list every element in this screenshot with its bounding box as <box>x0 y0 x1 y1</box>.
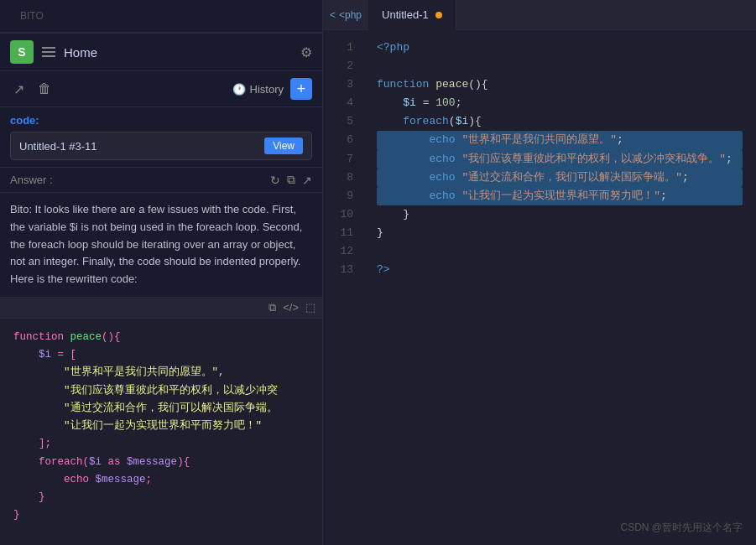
history-label: History <box>250 83 284 96</box>
history-button[interactable]: 🕐 History <box>232 83 284 96</box>
code-line: "世界和平是我们共同的愿望。", <box>13 364 309 382</box>
file-reference: Untitled-1 #3-11 View <box>10 132 312 160</box>
editor-tab[interactable]: Untitled-1 <box>368 0 456 30</box>
editor-line-9: echo "让我们一起为实现世界和平而努力吧！"; <box>377 187 743 205</box>
line-num: 2 <box>336 57 353 75</box>
editor-line-6: echo "世界和平是我们共同的愿望。"; <box>377 131 743 149</box>
add-button[interactable]: + <box>290 78 312 100</box>
line-num: 8 <box>336 169 353 187</box>
line-num: 3 <box>336 75 353 94</box>
code-line: foreach($i as $message){ <box>13 454 309 471</box>
refresh-button[interactable]: ↻ <box>270 173 280 187</box>
code-line: "我们应该尊重彼此和平的权利，以减少冲突 <box>13 382 309 400</box>
code-block: function peace(){ $i = [ "世界和平是我们共同的愿望。"… <box>0 319 322 545</box>
answer-bar: Answer : ↻ ⧉ ↗ <box>0 168 322 193</box>
line-num: 12 <box>336 242 353 261</box>
editor-tab-bar: < <php Untitled-1 <box>323 0 756 30</box>
answer-label: Answer : <box>10 174 53 186</box>
editor-body: 1 2 3 4 5 6 7 8 9 10 11 12 13 <?php func… <box>323 30 756 545</box>
trash-button[interactable]: 🗑 <box>34 80 55 98</box>
editor-line-2 <box>377 57 743 75</box>
line-num: 1 <box>336 39 353 57</box>
answer-actions: ↻ ⧉ ↗ <box>270 173 312 187</box>
code-editor[interactable]: <?php function peace(){ $i = 100; foreac… <box>363 30 756 545</box>
wrap-code-button[interactable]: ⬚ <box>305 301 315 314</box>
left-panel: BITO S Home ⚙ ↗ 🗑 🕐 History + code: Unti… <box>0 0 323 545</box>
editor-line-1: <?php <box>377 39 743 57</box>
line-num: 5 <box>336 112 353 131</box>
share-answer-button[interactable]: ↗ <box>302 173 312 187</box>
editor-line-5: foreach($i){ <box>377 112 743 131</box>
code-line: function peace(){ <box>13 329 309 346</box>
line-num: 6 <box>336 131 353 149</box>
php-bracket: < <box>330 9 336 21</box>
editor-line-4: $i = 100; <box>377 94 743 112</box>
top-bar: BITO <box>0 0 322 33</box>
code-line: "让我们一起为实现世界和平而努力吧！" <box>13 418 309 435</box>
gear-icon[interactable]: ⚙ <box>300 44 312 60</box>
php-badge: < <php <box>323 9 368 21</box>
watermark: CSDN @暂时先用这个名字 <box>620 521 743 535</box>
app-name: BITO <box>10 7 54 25</box>
code-section: code: Untitled-1 #3-11 View <box>0 107 322 168</box>
editor-line-8: echo "通过交流和合作，我们可以解决国际争端。"; <box>377 169 743 187</box>
code-line: $i = [ <box>13 346 309 364</box>
line-num: 10 <box>336 205 353 224</box>
hamburger-icon[interactable] <box>42 47 55 57</box>
code-line: "通过交流和合作，我们可以解决国际争端。 <box>13 400 309 418</box>
editor-line-11: } <box>377 224 743 242</box>
editor-line-13: ?> <box>377 261 743 279</box>
copy-code-button[interactable]: ⧉ <box>269 301 276 314</box>
file-name: Untitled-1 #3-11 <box>19 140 97 153</box>
code-block-container: ⧉ </> ⬚ function peace(){ $i = [ "世界和平是我… <box>0 298 322 545</box>
home-bar: S Home ⚙ <box>0 33 322 71</box>
code-block-toolbar: ⧉ </> ⬚ <box>0 298 322 319</box>
tab-modified-dot <box>435 12 442 18</box>
editor-line-3: function peace(){ <box>377 75 743 94</box>
line-num: 13 <box>336 261 353 279</box>
code-tag-button[interactable]: </> <box>283 301 299 314</box>
code-line: } <box>13 489 309 506</box>
home-label: Home <box>64 45 292 60</box>
editor-line-12 <box>377 242 743 261</box>
editor-line-10: } <box>377 205 743 224</box>
copy-answer-button[interactable]: ⧉ <box>287 173 295 187</box>
right-panel: < <php Untitled-1 1 2 3 4 5 6 7 8 9 10 1… <box>323 0 756 545</box>
share-button[interactable]: ↗ <box>10 80 28 99</box>
code-line: } <box>13 506 309 524</box>
toolbar-row: ↗ 🗑 🕐 History + <box>0 71 322 107</box>
php-badge-label: <php <box>339 9 362 21</box>
line-num: 7 <box>336 150 353 169</box>
response-text: Bito: It looks like there are a few issu… <box>0 193 322 298</box>
code-label: code: <box>10 114 312 127</box>
line-num: 9 <box>336 187 353 205</box>
view-button[interactable]: View <box>264 138 303 154</box>
code-line: echo $message; <box>13 471 309 489</box>
tab-name: Untitled-1 <box>382 8 429 21</box>
code-line: ]; <box>13 435 309 453</box>
avatar: S <box>10 40 34 64</box>
editor-line-7: echo "我们应该尊重彼此和平的权利，以减少冲突和战争。"; <box>377 150 743 169</box>
line-num: 4 <box>336 94 353 112</box>
clock-icon: 🕐 <box>232 83 246 96</box>
line-num: 11 <box>336 224 353 242</box>
line-numbers: 1 2 3 4 5 6 7 8 9 10 11 12 13 <box>323 30 363 545</box>
